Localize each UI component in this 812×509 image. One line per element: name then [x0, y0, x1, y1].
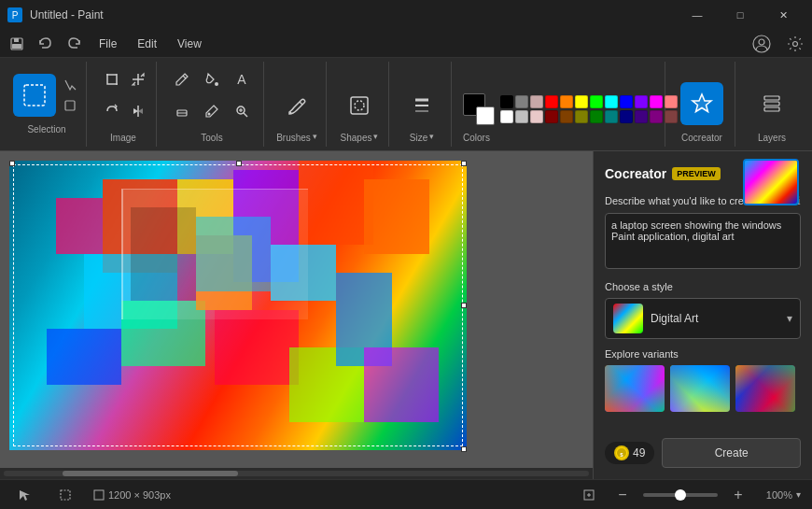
menu-view[interactable]: View: [168, 34, 211, 54]
svg-rect-29: [764, 96, 779, 100]
fill-btn[interactable]: [198, 65, 226, 93]
credits-display: $ 49: [605, 442, 654, 464]
zoom-slider-thumb[interactable]: [675, 489, 686, 501]
cocreator-toolbar-label: Cocreator: [681, 133, 722, 143]
account-icon[interactable]: [749, 31, 775, 57]
art-canvas[interactable]: [9, 161, 467, 450]
style-selector[interactable]: Digital Art ▾: [605, 298, 801, 339]
selection-sub2-btn[interactable]: [60, 96, 80, 115]
eraser-btn[interactable]: [168, 97, 196, 125]
layers-toolbar-btn[interactable]: [750, 82, 793, 125]
select-tool-status[interactable]: [52, 482, 78, 508]
swatch-darkgreen[interactable]: [590, 110, 603, 123]
image-label: Image: [110, 133, 136, 143]
svg-line-16: [244, 113, 247, 117]
swatch-nude[interactable]: [530, 110, 543, 123]
handle-mr[interactable]: [461, 303, 467, 308]
secondary-color-swatch[interactable]: [476, 106, 495, 125]
swatch-white[interactable]: [500, 110, 513, 123]
pencil-btn[interactable]: [168, 65, 196, 93]
selection-tool-btn[interactable]: [13, 74, 56, 117]
size-btn[interactable]: [400, 84, 443, 127]
window-controls: — □ ✕: [676, 0, 805, 30]
arrow-tool-status[interactable]: [11, 482, 37, 508]
swatch-olive[interactable]: [575, 110, 588, 123]
variant-1[interactable]: [605, 365, 665, 412]
zoom-level-text: 100%: [759, 489, 792, 501]
handle-tl[interactable]: [9, 161, 15, 166]
resize-btn[interactable]: [128, 65, 148, 93]
undo-button[interactable]: [32, 31, 58, 57]
color-picker-btn[interactable]: [198, 97, 226, 125]
canvas-scroll-area[interactable]: [0, 151, 593, 468]
variants-row: [605, 365, 801, 412]
zoom-out-btn[interactable]: −: [609, 482, 636, 508]
handle-tm[interactable]: [236, 161, 242, 166]
swatch-red[interactable]: [545, 95, 558, 108]
h-scrollbar-track[interactable]: [4, 471, 589, 476]
selection-sub1-btn[interactable]: [60, 76, 80, 94]
swatch-darkviolet[interactable]: [635, 110, 648, 123]
shapes-label: Shapes: [341, 133, 372, 143]
zoom-level-display[interactable]: 100% ▾: [759, 489, 801, 501]
h-scrollbar-thumb[interactable]: [63, 471, 238, 476]
panel-footer: $ 49 Create: [605, 438, 801, 468]
swatch-magenta[interactable]: [650, 95, 663, 108]
explore-variants-section: Explore variants: [605, 348, 801, 412]
layer-thumb[interactable]: [743, 159, 799, 205]
swatch-rose[interactable]: [530, 95, 543, 108]
canvas-wrapper: [0, 151, 593, 479]
toolbar-tools-group: A: [161, 62, 264, 147]
zoom-btn[interactable]: [228, 97, 256, 125]
swatch-black[interactable]: [500, 95, 513, 108]
svg-rect-8: [24, 85, 45, 106]
main-area: Cocreator PREVIEW Describe what you'd li…: [0, 151, 812, 479]
swatch-green[interactable]: [590, 95, 603, 108]
describe-textarea[interactable]: a laptop screen showing the windows Pain…: [605, 213, 801, 269]
cocreator-panel: Cocreator PREVIEW Describe what you'd li…: [593, 151, 812, 479]
menu-edit[interactable]: Edit: [128, 34, 166, 54]
handle-br[interactable]: [461, 446, 467, 452]
swatch-blue[interactable]: [620, 95, 633, 108]
swatch-gray[interactable]: [515, 95, 528, 108]
zoom-slider[interactable]: [643, 493, 718, 497]
save-button[interactable]: [4, 31, 30, 57]
handle-tr[interactable]: [461, 161, 467, 166]
rotate-btn[interactable]: [98, 97, 126, 125]
choose-style-section: Choose a style Digital Art ▾: [605, 281, 801, 339]
swatch-purple[interactable]: [650, 110, 663, 123]
toolbar-cocreator-group: Cocreator: [669, 62, 735, 147]
swatch-orange[interactable]: [560, 95, 573, 108]
flip-btn[interactable]: [128, 97, 148, 125]
variant-2[interactable]: [670, 365, 730, 412]
maximize-button[interactable]: □: [719, 0, 762, 30]
explore-variants-label: Explore variants: [605, 348, 801, 360]
zoom-in-btn[interactable]: +: [725, 482, 751, 508]
swatch-yellow[interactable]: [575, 95, 588, 108]
swatch-navy[interactable]: [620, 110, 633, 123]
app-icon: P: [7, 7, 22, 22]
swatch-brown[interactable]: [560, 110, 573, 123]
menu-file[interactable]: File: [90, 34, 126, 54]
brushes-btn[interactable]: [275, 84, 318, 127]
text-btn[interactable]: A: [228, 65, 256, 93]
swatch-darkred[interactable]: [545, 110, 558, 123]
minimize-button[interactable]: —: [676, 0, 719, 30]
crop-btn[interactable]: [98, 65, 126, 93]
shapes-btn[interactable]: [338, 84, 381, 127]
create-button[interactable]: Create: [662, 438, 801, 468]
zoom-to-fit-btn[interactable]: [576, 482, 602, 508]
swatch-silver[interactable]: [515, 110, 528, 123]
settings-icon[interactable]: [782, 31, 808, 57]
swatch-cyan[interactable]: [605, 95, 618, 108]
cocreator-toolbar-btn[interactable]: [680, 82, 723, 125]
close-button[interactable]: ✕: [762, 0, 805, 30]
h-scrollbar[interactable]: [0, 468, 593, 479]
svg-point-21: [355, 101, 364, 110]
variant-3[interactable]: [735, 365, 795, 412]
toolbar: Selection: [0, 58, 812, 151]
swatch-teal[interactable]: [605, 110, 618, 123]
redo-button[interactable]: [62, 31, 88, 57]
toolbar-colors-group: Colors: [455, 62, 665, 147]
swatch-violet[interactable]: [635, 95, 648, 108]
